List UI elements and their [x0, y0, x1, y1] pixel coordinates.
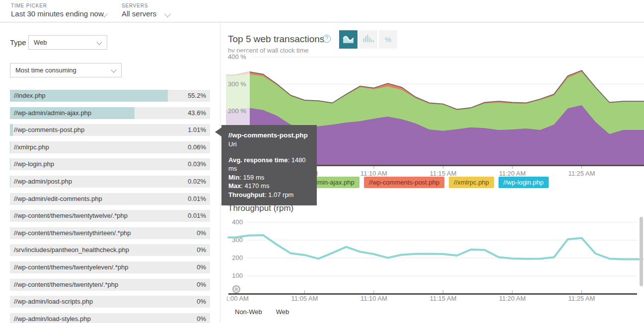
svg-text:11:05 AM: 11:05 AM [291, 295, 318, 302]
svg-text:11:00 AM: 11:00 AM [227, 295, 249, 302]
scrollbar-thumb[interactable] [640, 217, 643, 286]
transaction-row[interactable]: //wp-comments-post.php1.01% [10, 124, 210, 136]
throughput-legend: Non-WebWeb [235, 308, 289, 316]
transaction-row[interactable]: //wp-content/themes/twentytwelve/.*php0.… [10, 210, 210, 222]
transaction-name: //wp-admin/load-styles.php [14, 315, 91, 323]
transaction-row[interactable]: //wp-login.php0.03% [10, 158, 210, 170]
time-picker-value: Last 30 minutes ending now [11, 9, 115, 18]
transaction-row[interactable]: //wp-content/themes/twentyten/.*php0% [10, 279, 210, 291]
svg-text:11:20 AM: 11:20 AM [499, 170, 526, 176]
help-icon[interactable]: ? [323, 35, 331, 43]
tooltip-metric: Throughput: 1.07 rpm [228, 191, 310, 199]
tooltip-metric: Max: 4170 ms [228, 182, 310, 191]
transaction-percent: 55.2% [188, 92, 206, 99]
tooltip-metrics: Avg. response time: 1480 msMin: 159 msMa… [228, 156, 310, 199]
type-select[interactable]: Web [28, 35, 107, 50]
chart-type-toggle: % [339, 30, 397, 49]
transaction-percent: 1.01% [188, 126, 206, 133]
transaction-row[interactable]: /srv/includes/pantheon_healthcheck.php0% [10, 244, 210, 256]
type-select-value: Web [34, 39, 47, 46]
legend-item[interactable]: //xmlrpc.php [449, 177, 494, 188]
tooltip-subtitle: Uri [228, 140, 310, 149]
transaction-percent: 0.06% [188, 143, 206, 151]
transaction-percent: 0.02% [188, 178, 206, 185]
sort-select-value: Most time consuming [15, 66, 76, 74]
transaction-row[interactable]: //index.php55.2% [10, 90, 210, 102]
transaction-name: //wp-content/themes/twentytwelve/.*php [14, 212, 128, 219]
transaction-list: //index.php55.2%//wp-admin/admin-ajax.ph… [10, 90, 210, 323]
legend-item[interactable]: //wp-comments-post.php [364, 177, 444, 188]
svg-text:11:10 AM: 11:10 AM [360, 295, 387, 302]
transaction-name: //wp-content/themes/twentyten/.*php [14, 281, 118, 288]
svg-text:11:25 AM: 11:25 AM [568, 295, 595, 302]
transaction-percent: 0% [197, 281, 206, 288]
transaction-row[interactable]: //wp-admin/admin-ajax.php43.6% [10, 107, 210, 119]
bar-chart-icon [362, 33, 374, 47]
legend-item-non-web[interactable]: Non-Web [235, 308, 262, 316]
transaction-name: //index.php [14, 92, 46, 99]
transaction-name: //wp-admin/load-scripts.php [14, 298, 93, 305]
legend-item[interactable]: //wp-login.php [499, 177, 549, 188]
tooltip-title: //wp-comments-post.php [228, 131, 308, 140]
transaction-percent: 0.03% [188, 160, 206, 168]
bar-chart-button[interactable] [359, 30, 377, 49]
transaction-name: /srv/includes/pantheon_healthcheck.php [14, 246, 129, 254]
transaction-percent: 0.01% [188, 195, 206, 202]
svg-text:11:25 AM: 11:25 AM [568, 170, 595, 176]
svg-text:100: 100 [232, 272, 243, 279]
svg-text:200: 200 [232, 254, 243, 261]
transaction-percent: 0% [197, 315, 206, 323]
top-bar: TIME PICKER Last 30 minutes ending now S… [0, 0, 644, 22]
transaction-name: //wp-content/themes/twentythirteen/.*php [14, 229, 131, 237]
transaction-percent: 0.01% [188, 212, 206, 219]
transaction-row[interactable]: //wp-admin/post.php0.02% [10, 176, 210, 188]
sort-select[interactable]: Most time consuming [10, 63, 122, 77]
transaction-name: //wp-login.php [14, 160, 54, 168]
transaction-row[interactable]: //xmlrpc.php0.06% [10, 141, 210, 153]
transaction-percent: 0% [197, 298, 206, 305]
transaction-name: //wp-comments-post.php [14, 126, 84, 133]
time-picker-label: TIME PICKER [11, 3, 115, 8]
chevron-down-icon [96, 39, 102, 45]
area-chart-button[interactable] [339, 30, 358, 49]
transaction-row[interactable]: //wp-content/themes/twentyeleven/.*php0% [10, 261, 210, 273]
type-label: Type [10, 38, 26, 47]
svg-text:300 %: 300 % [228, 80, 246, 88]
svg-text:11:10 AM: 11:10 AM [360, 170, 387, 176]
tooltip-metric: Min: 159 ms [228, 173, 310, 182]
svg-text:400: 400 [232, 218, 243, 226]
transaction-name: //wp-admin/edit-comments.php [14, 195, 102, 202]
svg-text:11:20 AM: 11:20 AM [499, 295, 526, 302]
transaction-name: //wp-admin/post.php [14, 178, 72, 185]
transaction-bar [10, 124, 13, 136]
panel-divider [220, 22, 220, 323]
transaction-name: //xmlrpc.php [14, 143, 49, 151]
transaction-row[interactable]: //wp-admin/load-scripts.php0% [10, 296, 210, 308]
servers-picker-label: SERVERS [122, 3, 176, 8]
transaction-percent: 0% [197, 246, 206, 254]
transaction-row[interactable]: //wp-content/themes/twentythirteen/.*php… [10, 227, 210, 239]
servers-picker[interactable]: SERVERS All servers [122, 3, 176, 18]
percent-chart-button[interactable]: % [379, 30, 397, 49]
throughput-chart[interactable]: 40030020010011:00 AM11:05 AM11:10 AM11:1… [227, 213, 644, 308]
legend-item-web[interactable]: Web [276, 308, 289, 316]
svg-text:400 %: 400 % [228, 53, 246, 61]
transaction-row[interactable]: //wp-admin/load-styles.php0% [10, 313, 210, 323]
svg-text:11:15 AM: 11:15 AM [429, 295, 456, 302]
chart-title: Top 5 web transactions [228, 34, 324, 45]
chart-tooltip: //wp-comments-post.php Uri Avg. response… [221, 125, 317, 205]
transaction-percent: 0% [197, 263, 206, 271]
transaction-name: //wp-admin/admin-ajax.php [14, 109, 91, 117]
transaction-percent: 43.6% [188, 109, 206, 117]
svg-text:11:15 AM: 11:15 AM [429, 170, 456, 176]
time-picker[interactable]: TIME PICKER Last 30 minutes ending now [11, 3, 115, 18]
transaction-percent: 0% [197, 229, 206, 237]
svg-text:200 %: 200 % [228, 107, 246, 115]
transaction-row[interactable]: //wp-admin/edit-comments.php0.01% [10, 193, 210, 205]
area-chart-icon [342, 33, 355, 47]
tooltip-metric: Avg. response time: 1480 ms [228, 156, 310, 173]
chevron-down-icon [111, 67, 116, 72]
slider-handle[interactable] [233, 286, 240, 293]
percent-icon: % [385, 35, 391, 44]
transaction-name: //wp-content/themes/twentyeleven/.*php [14, 263, 129, 271]
